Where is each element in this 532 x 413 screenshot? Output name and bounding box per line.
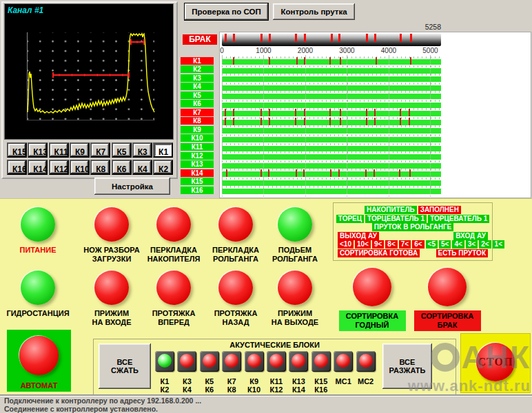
stop-button[interactable]: СТОП: [476, 343, 515, 381]
control-button[interactable]: [94, 271, 129, 305]
defect-mark: [374, 34, 376, 42]
indicator-к1-к2[interactable]: [155, 351, 174, 372]
rod-strip-chart: 5258 БРАК 010002000300040005000 К1К2К3К4…: [178, 32, 532, 198]
sorting-button[interactable]: [428, 268, 467, 306]
defect-mark: [410, 34, 412, 42]
indicator-light: [291, 354, 305, 368]
channel-bar-к10: [222, 137, 441, 142]
indicator-к11-к12[interactable]: [267, 351, 286, 372]
channel-button-к6[interactable]: К6: [112, 160, 132, 175]
entry-counters: <55<4<3<2<1<: [426, 240, 504, 248]
channel-bar-к5: [222, 94, 441, 99]
defect-mark: [260, 118, 262, 125]
channel-bar-к1: [222, 59, 441, 65]
channel-bar-к8: [222, 120, 441, 125]
status-chip: ЗАПОЛНЕН: [418, 206, 461, 214]
ruler-tick-0: 0: [220, 47, 224, 54]
indicator-к15-к16[interactable]: [311, 351, 331, 372]
channel-button-к2[interactable]: К2: [153, 160, 173, 175]
avtomat-plate[interactable]: АВТОМАТ: [7, 330, 71, 392]
channel-button-к14[interactable]: К14: [28, 160, 48, 175]
avtomat-button[interactable]: [19, 336, 59, 375]
control-button[interactable]: [21, 271, 55, 305]
defect-mark: [295, 34, 297, 42]
channel-label-к5: К5: [181, 92, 214, 99]
channel-ruler-к4: [222, 83, 441, 85]
status-chip: ТОРЕЦ: [336, 215, 364, 223]
channel-label-к10: К10: [181, 134, 214, 142]
status-row-3: ПРУТОК В РОЛЬГАНГЕ: [338, 223, 488, 231]
channel-button-к8[interactable]: К8: [90, 160, 110, 175]
status-chip: 2<: [479, 240, 491, 248]
status-chip: <5: [426, 240, 438, 248]
settings-button[interactable]: Настройка: [94, 178, 170, 195]
indicator-к3-к4[interactable]: [177, 351, 196, 372]
indicator-к5-к6[interactable]: [200, 351, 219, 372]
defect-mark: [303, 169, 305, 177]
control-button[interactable]: [94, 207, 129, 242]
oscilloscope-display: Канал #1: [4, 3, 174, 140]
status-chip: 6<: [412, 240, 424, 248]
indicator-label: МС1: [331, 377, 355, 385]
ruler-tick-1000: 1000: [256, 47, 271, 54]
compress-all-button[interactable]: ВСЕ СЖАТЬ: [99, 343, 151, 389]
channel-button-к16[interactable]: К16: [7, 160, 27, 175]
channel-ruler-к13: [222, 160, 441, 162]
defect-mark: [338, 169, 340, 177]
check-sop-button[interactable]: Проверка по СОП: [185, 3, 268, 20]
indicator-label: К11 К12: [265, 377, 288, 394]
control-label: ПИТАНИЕ: [20, 246, 57, 255]
sorting-reject: СОРТИРОВКА БРАК: [406, 268, 489, 331]
status-chip: НАКОПИТЕЛЬ: [365, 206, 417, 214]
channel-button-к4[interactable]: К4: [132, 160, 152, 175]
control-питание: ПИТАНИЕ: [0, 207, 76, 255]
scope-waveform: [28, 32, 154, 120]
channel-button-к11[interactable]: К11: [49, 142, 69, 158]
sorting-button[interactable]: [353, 268, 391, 306]
channel-button-к3[interactable]: К3: [132, 142, 152, 158]
indicator-light: [247, 354, 261, 368]
indicator-к7-к8[interactable]: [222, 351, 241, 372]
channel-button-к5[interactable]: К5: [112, 142, 132, 158]
stop-plate[interactable]: СТОП: [460, 333, 531, 393]
channel-button-к1[interactable]: К1: [153, 142, 173, 158]
status-chip: ПРУТОК В РОЛЬГАНГЕ: [372, 223, 454, 231]
indicator-мс2[interactable]: [356, 351, 376, 372]
control-button[interactable]: [218, 207, 253, 242]
release-all-button[interactable]: ВСЕ РАЗЖАТЬ: [382, 343, 432, 389]
indicator-label: К15 К16: [309, 377, 333, 394]
defect-mark: [340, 118, 341, 125]
defect-mark: [233, 34, 235, 42]
defect-mark: [304, 34, 306, 42]
scope-plot-grid: [27, 32, 154, 120]
channel-label-к2: К2: [181, 65, 214, 73]
status-chip: 4<: [452, 240, 464, 248]
defect-mark: [410, 57, 411, 65]
control-button[interactable]: [21, 207, 55, 242]
channel-button-к13[interactable]: К13: [28, 142, 48, 158]
channel-button-к12[interactable]: К12: [49, 160, 69, 175]
channel-button-к15[interactable]: К15: [7, 142, 27, 158]
sorting-label: СОРТИРОВКА БРАК: [414, 310, 481, 331]
indicator-мс1[interactable]: [334, 351, 353, 372]
status-chip: 7<: [399, 240, 411, 248]
defect-mark: [365, 169, 367, 177]
control-button[interactable]: [156, 207, 191, 242]
indicator-к9-к10[interactable]: [245, 351, 264, 372]
control-button[interactable]: [278, 207, 312, 242]
channel-button-к7[interactable]: К7: [90, 142, 110, 158]
indicator-light: [203, 354, 216, 368]
channel-button-к9[interactable]: К9: [70, 142, 90, 158]
rod-control-button[interactable]: Контроль прутка: [273, 3, 355, 20]
defect-mark: [269, 118, 270, 125]
defect-mark: [409, 169, 411, 177]
control-button[interactable]: [278, 271, 312, 305]
indicator-к13-к14[interactable]: [289, 351, 308, 372]
control-button[interactable]: [156, 271, 191, 305]
channel-bar-к6: [222, 103, 441, 108]
gridline-5000: [430, 55, 431, 201]
control-button[interactable]: [218, 271, 253, 305]
indicator-light: [180, 354, 194, 368]
defect-mark: [340, 57, 341, 65]
channel-button-к10[interactable]: К10: [70, 160, 90, 175]
